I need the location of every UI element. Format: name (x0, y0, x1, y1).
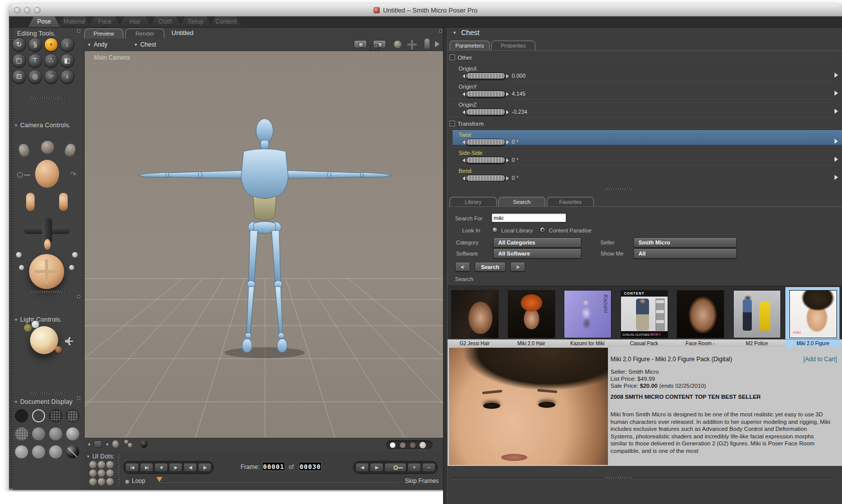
tab-properties[interactable]: Properties (491, 41, 535, 50)
param-originy-dial[interactable] (463, 91, 509, 97)
display-hidden-line-icon[interactable] (66, 409, 79, 422)
tab-pose[interactable]: Pose (28, 17, 60, 27)
tracking-menu-icon[interactable]: ▼ (105, 442, 109, 447)
multi-ball-icon[interactable] (124, 440, 128, 444)
param-bend-expand-icon[interactable] (834, 175, 838, 180)
depth-cue-tool-button[interactable]: ♁ (60, 70, 74, 84)
style-dot-3[interactable] (419, 442, 426, 448)
last-frame-button[interactable]: ▶| (140, 463, 153, 472)
pointing-hand-icon[interactable] (44, 239, 51, 250)
display-smooth-shaded-icon[interactable] (15, 445, 28, 458)
silhouette-ball-icon[interactable] (140, 440, 147, 448)
display-smooth-lined-icon[interactable] (32, 445, 45, 458)
light-dot-olive-icon[interactable] (24, 324, 32, 332)
titlebar[interactable]: Untitled – Smith Micro Poser Pro (9, 4, 842, 17)
result-caption-1[interactable]: G2 Jessi Hair (447, 341, 503, 346)
display-texture-shaded-icon[interactable] (49, 445, 62, 458)
light-globe-icon[interactable] (30, 326, 58, 354)
tab-render[interactable]: Render (125, 29, 164, 39)
loop-indicator-dot[interactable] (125, 480, 129, 484)
ui-dot-1[interactable] (89, 461, 97, 468)
display-sketch-icon[interactable] (66, 445, 79, 458)
group-transform-collapse-box[interactable]: − (450, 121, 455, 126)
ui-dot-4[interactable] (89, 469, 97, 477)
tab-parameters[interactable]: Parameters (450, 41, 490, 50)
display-flat-lined-icon[interactable] (49, 427, 62, 440)
display-outline-icon[interactable] (32, 409, 45, 422)
style-dot[interactable] (400, 442, 405, 448)
collapse-triangle-icon[interactable]: ▼ (14, 123, 18, 128)
param-side-side-value[interactable]: 0 ° (512, 157, 519, 163)
camera-dot-left-top-icon[interactable] (16, 252, 22, 258)
ui-dot-8[interactable] (98, 478, 105, 485)
tracking-ball-icon[interactable] (112, 440, 119, 448)
result-caption-4[interactable]: Casual Pack (616, 341, 672, 346)
tab-preview[interactable]: Preview (84, 29, 123, 39)
param-twist-value[interactable]: 0 ° (512, 139, 519, 145)
head-orbit-trackball-icon[interactable] (35, 160, 59, 188)
display-flat-shaded-icon[interactable] (32, 427, 45, 440)
body-part-select-menu[interactable]: ▼Chest (134, 41, 156, 48)
param-originx-value[interactable]: 0.000 (512, 73, 526, 79)
camera-view-icon[interactable] (354, 40, 367, 48)
editing-tools-collapse-box[interactable] (77, 30, 80, 33)
parameters-collapse-triangle-icon[interactable]: ▼ (453, 31, 457, 35)
right-panel-splitter-handle[interactable] (604, 188, 633, 190)
sidebar-divider-handle-3[interactable] (28, 392, 66, 395)
animating-camera-key-icon[interactable] (17, 172, 23, 178)
display-cartoon-icon[interactable] (66, 427, 79, 440)
twist-tool-button[interactable]: § (28, 38, 42, 52)
preview-viewport[interactable]: Main Camera (84, 51, 444, 438)
morphing-tool-button[interactable]: ∴ (44, 54, 58, 68)
next-keyframe-button[interactable]: ▶ (370, 463, 383, 472)
result-thumb-casual-pack[interactable]: CONTENT CASUAL CLOTHES MIKI (620, 290, 668, 338)
param-originz-dial[interactable] (463, 109, 509, 115)
result-thumb-miki-hair[interactable] (508, 290, 555, 338)
next-page-button[interactable]: > (510, 262, 525, 272)
left-hand-camera-icon[interactable] (17, 143, 31, 158)
param-bend-dial[interactable] (463, 175, 509, 181)
scale-tool-button[interactable]: ▢ (12, 54, 26, 68)
document-collapse-box[interactable] (439, 30, 442, 33)
content-paradise-radio[interactable] (540, 227, 545, 232)
expand-right-icon[interactable] (435, 41, 440, 47)
result-caption-7-selected[interactable]: Miki 2.0 Figure (785, 341, 841, 346)
total-frames-counter[interactable]: 00030 (299, 462, 322, 471)
camera-dot-right-bottom-icon[interactable] (69, 265, 74, 270)
grouping-tool-button[interactable]: ⊡ (12, 70, 26, 84)
result-thumb-kazumi[interactable]: Kazumi (564, 290, 611, 338)
collapse-triangle-icon[interactable]: ▼ (14, 318, 18, 322)
param-originx-dial[interactable] (463, 73, 509, 79)
play-button[interactable]: ▶ (169, 463, 182, 472)
category-dropdown[interactable]: All Categories (493, 237, 581, 247)
param-originy-expand-icon[interactable] (834, 91, 838, 96)
result-caption-2[interactable]: Miki 2.0 Hair (503, 341, 559, 346)
trackball-mini-icon[interactable] (394, 41, 401, 48)
face-camera-icon[interactable] (41, 141, 54, 154)
param-twist-expand-icon[interactable] (834, 139, 838, 144)
result-thumb-m2-police[interactable] (733, 290, 781, 338)
loop-label[interactable]: Loop (132, 477, 145, 484)
tab-content[interactable]: Content (210, 17, 242, 27)
seller-dropdown[interactable]: Smith Micro (634, 237, 737, 247)
result-thumb-face-room[interactable] (677, 290, 724, 338)
tab-material[interactable]: Material (58, 17, 90, 27)
display-wireframe-icon[interactable] (49, 409, 62, 422)
rotate-camera-icon[interactable]: ↷ (70, 170, 77, 179)
stop-button[interactable]: ■ (154, 463, 168, 472)
local-library-label[interactable]: Local Library (501, 227, 533, 233)
color-tool-button[interactable]: ◧ (60, 54, 74, 68)
ui-dot-7[interactable] (89, 478, 97, 485)
rotate-tool-button[interactable]: ↻ (12, 38, 26, 52)
mannequin-figure[interactable] (138, 119, 391, 353)
view-magnifier-tool-button[interactable]: ◎ (28, 70, 42, 84)
timeline-track[interactable] (158, 481, 398, 482)
param-originy-value[interactable]: 4.145 (512, 91, 526, 97)
taper-tool-button[interactable]: ⊤ (28, 54, 42, 68)
document-display-collapse-box[interactable] (77, 396, 80, 399)
result-caption-5[interactable]: Face Room - (672, 341, 728, 346)
sun-flare-icon[interactable] (65, 337, 73, 345)
camera-dot-left-bottom-icon[interactable] (19, 265, 24, 270)
result-caption-3[interactable]: Kazumi for Miki (559, 341, 615, 346)
panel-vertical-divider[interactable] (443, 28, 448, 504)
